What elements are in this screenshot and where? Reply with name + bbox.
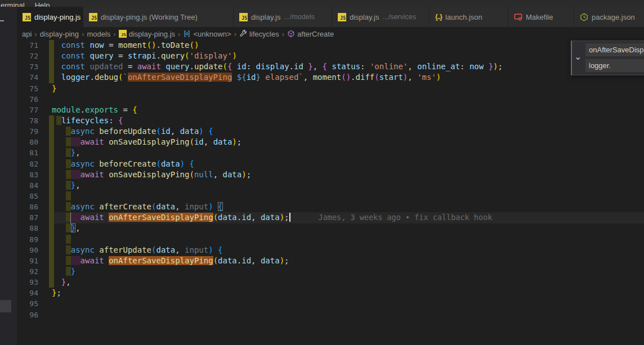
breadcrumb-label: models: [87, 30, 110, 38]
tab-display.js[interactable]: JSdisplay.js.../models: [234, 7, 332, 27]
code-line-84[interactable]: 84 },: [17, 180, 644, 191]
code-line-88[interactable]: 88 },: [17, 223, 644, 234]
code-line-73[interactable]: 73 const updated = await query.update({ …: [17, 61, 644, 72]
code-token: await: [80, 256, 104, 265]
line-number[interactable]: 88: [17, 223, 38, 234]
code-line-79[interactable]: 79 async beforeUpdate(id, data) {: [17, 126, 644, 137]
line-number[interactable]: 79: [17, 126, 38, 137]
code-line-95[interactable]: 95: [17, 298, 644, 309]
breadcrumb-item-display-ping[interactable]: display-ping: [40, 30, 79, 38]
code-token: exports: [85, 105, 118, 114]
code-token: }: [308, 62, 312, 71]
code-token: [56, 116, 61, 125]
menu-item[interactable]: Help: [30, 1, 55, 7]
line-number[interactable]: 94: [17, 288, 38, 298]
code-token: ,: [66, 277, 70, 286]
code-token: data: [156, 202, 175, 211]
tab-display.js[interactable]: JSdisplay.js.../services: [332, 7, 430, 27]
breadcrumb-label: afterCreate: [297, 30, 334, 38]
code-line-76[interactable]: 76: [17, 94, 644, 105]
code-line-92[interactable]: 92 }: [17, 266, 644, 277]
code-token: moment: [118, 41, 147, 50]
line-number[interactable]: 87: [17, 212, 38, 223]
line-number[interactable]: 89: [17, 234, 38, 245]
code-line-74[interactable]: 74 logger.debug(`onAfterSaveDisplayPing …: [17, 72, 644, 83]
line-number[interactable]: 96: [17, 310, 38, 320]
code-token: {: [190, 159, 194, 168]
tab-launch.json[interactable]: {..}launch.json: [430, 7, 508, 27]
code-token: (: [156, 159, 160, 168]
line-number[interactable]: 74: [17, 72, 38, 83]
menu-item[interactable]: erminal: [0, 1, 30, 7]
code-token: query: [161, 51, 185, 60]
tab-package.json[interactable]: package.json: [574, 7, 644, 27]
code-token: }: [71, 267, 75, 276]
line-number[interactable]: 91: [17, 256, 38, 266]
code-line-80[interactable]: 80 await onSaveDisplayPing(id, data);: [17, 137, 644, 147]
find-input[interactable]: [585, 43, 644, 56]
code-line-77[interactable]: 77module.exports = {: [17, 105, 644, 115]
tab-display-ping.js-working-tree-[interactable]: JSdisplay-ping.js (Working Tree): [83, 7, 234, 27]
code-line-90[interactable]: 90 async afterUpdate(data, input) {: [17, 245, 644, 256]
code-line-75[interactable]: 75}: [17, 83, 644, 94]
code-token: (): [341, 73, 351, 82]
line-number[interactable]: 76: [17, 94, 38, 105]
line-number[interactable]: 84: [17, 180, 38, 191]
code-line-93[interactable]: 93 },: [17, 277, 644, 288]
line-number[interactable]: 93: [17, 277, 38, 288]
code-line-83[interactable]: 83 await onSaveDisplayPing(null, data);: [17, 169, 644, 180]
code-token: toDate: [161, 41, 190, 50]
code-line-72[interactable]: 72 const query = strapi.query('display'): [17, 51, 644, 61]
code-line-96[interactable]: 96: [17, 310, 644, 320]
line-number[interactable]: 72: [17, 51, 38, 61]
line-number[interactable]: 90: [17, 245, 38, 256]
line-number[interactable]: 75: [17, 83, 38, 94]
code-token: ): [280, 213, 284, 222]
editor[interactable]: 71 const now = moment().toDate()72 const…: [17, 40, 644, 320]
line-number[interactable]: 92: [17, 266, 38, 277]
code-line-87[interactable]: 87 await onAfterSaveDisplayPing(data.id,…: [17, 212, 644, 223]
line-number[interactable]: 95: [17, 298, 38, 309]
code-line-78[interactable]: 78 lifecycles: {: [17, 115, 644, 126]
line-number[interactable]: 85: [17, 191, 38, 201]
line-number[interactable]: 73: [17, 61, 38, 72]
replace-input[interactable]: [585, 59, 644, 72]
line-number[interactable]: 71: [17, 40, 38, 51]
code-token: [66, 159, 70, 168]
code-token: data: [156, 245, 175, 254]
code-line-91[interactable]: 91 await onAfterSaveDisplayPing(data.id,…: [17, 256, 644, 266]
code-line-85[interactable]: 85: [17, 191, 644, 201]
code-token: updated: [90, 62, 123, 71]
code-token: }: [489, 62, 493, 71]
breadcrumb-item-api[interactable]: api: [22, 30, 32, 38]
tab-display-ping.js[interactable]: JSdisplay-ping.js×: [17, 7, 83, 27]
code-token: [52, 235, 66, 244]
sidebar-scrollbar[interactable]: [0, 300, 11, 312]
code-token: ): [436, 73, 441, 82]
toggle-replace-chevron-icon[interactable]: ⌄: [574, 52, 582, 61]
line-number[interactable]: 80: [17, 137, 38, 147]
code-line-94[interactable]: 94};: [17, 288, 644, 298]
line-number[interactable]: 83: [17, 169, 38, 180]
line-number[interactable]: 77: [17, 105, 38, 115]
code-line-81[interactable]: 81 },: [17, 147, 644, 158]
tab-makefile[interactable]: Makefile: [508, 7, 574, 27]
code-line-82[interactable]: 82 async beforeCreate(data) {: [17, 159, 644, 169]
code-token: display: [256, 62, 289, 71]
code-token: ,: [75, 181, 80, 190]
code-line-71[interactable]: 71 const now = moment().toDate(): [17, 40, 644, 51]
code-line-86[interactable]: 86 async afterCreate(data, input) {: [17, 201, 644, 212]
wrench-icon: [239, 30, 247, 38]
line-number[interactable]: 86: [17, 201, 38, 212]
code-token: data: [223, 170, 242, 179]
line-number[interactable]: 82: [17, 159, 38, 169]
js-file-icon: JS: [119, 30, 127, 38]
line-number[interactable]: 78: [17, 115, 38, 126]
breadcrumb-item-lifecycles[interactable]: lifecycles: [239, 30, 279, 38]
breadcrumb-item-display-ping.js[interactable]: JSdisplay-ping.js: [119, 30, 175, 38]
line-number[interactable]: 81: [17, 147, 38, 158]
breadcrumb-item-models[interactable]: models: [87, 30, 110, 38]
breadcrumb-item-aftercreate[interactable]: afterCreate: [287, 30, 334, 38]
breadcrumb-item--unknown-[interactable]: <unknown>: [183, 30, 231, 38]
code-line-89[interactable]: 89: [17, 234, 644, 245]
